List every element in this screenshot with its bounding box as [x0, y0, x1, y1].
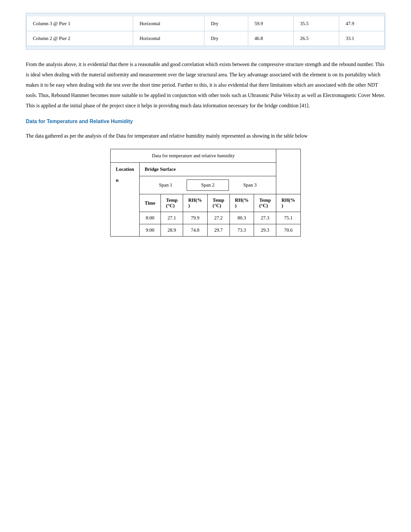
intro-paragraph: The data gathered as per the analysis of…	[26, 131, 385, 141]
table-cell: 80.3	[230, 212, 254, 224]
table-cell: 8:00	[139, 212, 161, 224]
paragraph-text: From the analysis above, it is evidentia…	[26, 59, 385, 111]
temp-header: Temp(°C)	[207, 194, 230, 212]
top-table-cell: Horizontal	[133, 31, 204, 46]
rh-header: RH(%)	[276, 194, 301, 212]
table-cell: 9:00	[139, 224, 161, 237]
rh-header: RH(%)	[230, 194, 254, 212]
table-cell: 79.9	[183, 212, 208, 224]
top-table-cell: 33.1	[339, 31, 385, 46]
top-table: Column 3 @ Pier 1HorizontalDry59.935.547…	[26, 16, 385, 46]
top-table-cell: Horizontal	[133, 16, 204, 31]
table-cell: 73.3	[230, 224, 254, 237]
section-heading: Data for Temperature and Relative Humidi…	[26, 119, 385, 124]
top-table-container: Column 3 @ Pier 1HorizontalDry59.935.547…	[26, 13, 385, 50]
table-cell: 29.7	[207, 224, 230, 237]
table-cell: 29.3	[254, 224, 276, 237]
table-cell: 28.9	[161, 224, 183, 237]
top-table-cell: Dry	[204, 16, 248, 31]
top-table-cell: 47.9	[339, 16, 385, 31]
table-cell: 70.6	[276, 224, 301, 237]
data-table-wrapper: Data for temperature and relative humidi…	[26, 149, 385, 237]
top-table-cell: 35.5	[294, 16, 339, 31]
data-table: Data for temperature and relative humidi…	[110, 149, 301, 237]
table-cell: 75.1	[276, 212, 301, 224]
rh-header: RH(%)	[183, 194, 208, 212]
table-cell: 27.3	[254, 212, 276, 224]
time-header: Time	[139, 194, 161, 212]
top-table-cell: 46.8	[248, 31, 293, 46]
table-cell: 27.1	[161, 212, 183, 224]
table-cell: 27.2	[207, 212, 230, 224]
top-table-cell: 26.5	[294, 31, 339, 46]
temp-header: Temp(°C)	[254, 194, 276, 212]
table-caption: Data for temperature and relative humidi…	[111, 149, 276, 163]
top-table-cell: Column 3 @ Pier 1	[26, 16, 133, 31]
bridge-surface-cell: Bridge Surface	[139, 163, 276, 176]
temp-header: Temp(°C)	[161, 194, 183, 212]
top-table-cell: 59.9	[248, 16, 293, 31]
top-table-cell: Dry	[204, 31, 248, 46]
main-paragraph: From the analysis above, it is evidentia…	[26, 59, 385, 111]
empty-row: Span 1Span 2Span 3	[139, 176, 276, 194]
table-cell: 74.8	[183, 224, 208, 237]
top-table-cell: Column 2 @ Pier 2	[26, 31, 133, 46]
location-cell: Locationn	[111, 163, 140, 237]
